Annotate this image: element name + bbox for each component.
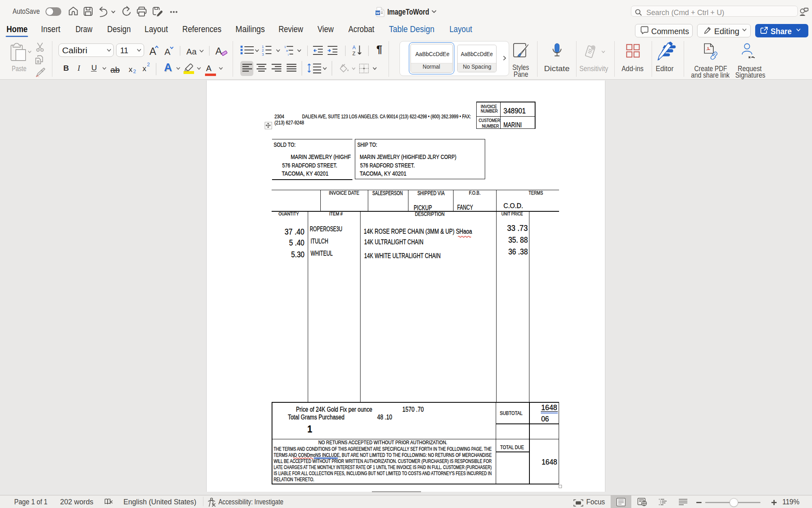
- svg-text:1: 1: [262, 45, 264, 49]
- svg-text:A: A: [352, 45, 356, 50]
- svg-text:W: W: [376, 11, 380, 15]
- svg-text:2: 2: [262, 48, 264, 52]
- svg-text:Z: Z: [352, 51, 355, 56]
- svg-text:3: 3: [262, 52, 264, 56]
- svg-text:1: 1: [284, 45, 286, 49]
- svg-text:a: a: [286, 49, 288, 52]
- svg-text:i: i: [288, 53, 289, 56]
